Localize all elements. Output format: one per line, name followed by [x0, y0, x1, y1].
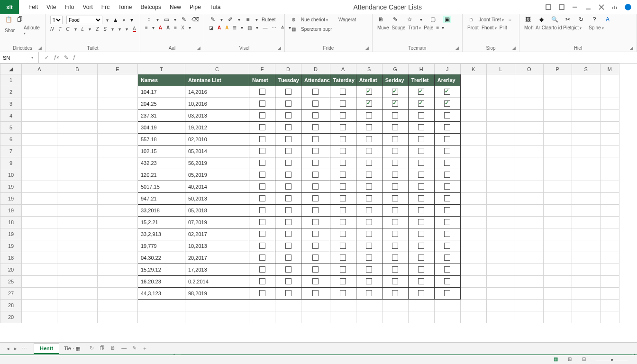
cell[interactable]	[515, 252, 543, 264]
cell[interactable]	[543, 86, 572, 98]
table-cell[interactable]: 40,2014	[185, 181, 249, 193]
cell[interactable]	[543, 122, 572, 134]
cell[interactable]	[460, 86, 486, 98]
cell[interactable]	[22, 122, 57, 134]
name-box[interactable]: ▾	[0, 52, 39, 64]
sheet-tab-active[interactable]: Hentt	[34, 343, 59, 354]
cell[interactable]	[543, 252, 572, 264]
checkbox-cell[interactable]	[301, 205, 330, 217]
table-cell[interactable]: 0.2,2014	[185, 276, 249, 288]
cell[interactable]	[543, 110, 572, 122]
table-cell[interactable]: 19,779	[138, 240, 185, 252]
row-header[interactable]: 20	[0, 311, 22, 323]
font-name-select[interactable]: Food	[66, 16, 102, 24]
table-cell[interactable]: 05,2018	[185, 205, 249, 217]
cell[interactable]	[515, 122, 543, 134]
cell[interactable]	[460, 252, 486, 264]
cell[interactable]	[22, 240, 57, 252]
cell[interactable]	[98, 122, 138, 134]
ribbon-button[interactable]: Spine	[589, 25, 604, 30]
cell[interactable]	[572, 205, 600, 217]
checkbox-cell[interactable]	[382, 157, 408, 169]
cell[interactable]	[22, 288, 57, 300]
checkbox-cell[interactable]	[382, 181, 408, 193]
checkbox-icon[interactable]	[418, 136, 424, 142]
checkbox-cell[interactable]	[434, 146, 460, 157]
cell[interactable]	[460, 193, 486, 205]
row-header[interactable]: 3	[0, 98, 22, 110]
checkbox-icon[interactable]	[340, 183, 346, 190]
cell[interactable]	[486, 86, 515, 98]
cell[interactable]	[98, 228, 138, 240]
cell[interactable]	[185, 300, 249, 311]
checkbox-cell[interactable]	[356, 157, 382, 169]
cell[interactable]	[515, 217, 543, 228]
checkbox-cell[interactable]	[408, 288, 434, 300]
checkbox-icon[interactable]	[312, 136, 318, 142]
column-header[interactable]: J	[434, 64, 460, 74]
checkbox-cell[interactable]	[275, 288, 301, 300]
cell[interactable]	[572, 300, 600, 311]
checkbox-icon[interactable]	[444, 290, 450, 296]
checkbox-cell[interactable]	[356, 264, 382, 276]
checkbox-icon[interactable]	[392, 136, 398, 142]
checkbox-icon[interactable]	[340, 195, 346, 201]
menu-item[interactable]: Frc	[101, 4, 109, 10]
checkbox-cell[interactable]	[408, 193, 434, 205]
checkbox-icon[interactable]	[392, 231, 398, 237]
border-icon[interactable]: ▭	[163, 16, 170, 23]
checkbox-icon[interactable]	[340, 290, 346, 296]
checkbox-icon[interactable]	[444, 243, 450, 249]
checkbox-icon[interactable]	[366, 278, 372, 284]
merge-icon[interactable]: ▥	[247, 25, 252, 30]
checkbox-icon[interactable]	[340, 231, 346, 237]
checkbox-cell[interactable]	[330, 276, 356, 288]
checkbox-cell[interactable]	[301, 288, 330, 300]
cell[interactable]	[460, 276, 486, 288]
checkbox-icon[interactable]	[392, 112, 398, 118]
cell[interactable]	[22, 110, 57, 122]
fx-icon[interactable]: ƒ	[73, 55, 76, 61]
checkbox-cell[interactable]	[330, 181, 356, 193]
cell[interactable]	[57, 217, 98, 228]
checkbox-cell[interactable]	[330, 228, 356, 240]
column-header[interactable]: M	[600, 64, 619, 74]
cell[interactable]	[486, 252, 515, 264]
checkbox-cell[interactable]	[330, 217, 356, 228]
cell[interactable]	[600, 110, 619, 122]
cell[interactable]	[600, 228, 619, 240]
checkbox-cell[interactable]	[249, 205, 275, 217]
cell[interactable]	[543, 240, 572, 252]
ribbon-button[interactable]: Sperztem pupr	[301, 27, 332, 32]
checkbox-icon[interactable]	[259, 160, 265, 166]
checkbox-cell[interactable]	[356, 122, 382, 134]
tab-nav-prev-icon[interactable]: ▸	[14, 346, 17, 352]
checkbox-icon[interactable]	[418, 266, 424, 273]
checkbox-cell[interactable]	[382, 134, 408, 146]
cell[interactable]	[98, 264, 138, 276]
checkbox-cell[interactable]	[275, 134, 301, 146]
menu-item[interactable]: Vort	[83, 4, 93, 10]
checkbox-cell[interactable]	[434, 110, 460, 122]
cell[interactable]	[22, 169, 57, 181]
checkbox-icon[interactable]	[340, 112, 346, 118]
cell[interactable]	[460, 181, 486, 193]
menu-item[interactable]: Tome	[118, 4, 132, 10]
cell[interactable]	[98, 110, 138, 122]
checkbox-cell[interactable]	[275, 157, 301, 169]
cell[interactable]	[515, 311, 543, 323]
checkbox-icon[interactable]	[259, 195, 265, 201]
cell[interactable]	[98, 181, 138, 193]
column-header[interactable]: H	[408, 64, 434, 74]
cell[interactable]	[572, 193, 600, 205]
checkbox-icon[interactable]	[259, 89, 265, 95]
font-color-icon[interactable]: A	[133, 26, 136, 32]
cell[interactable]	[486, 98, 515, 110]
cell[interactable]	[98, 217, 138, 228]
cell[interactable]	[515, 288, 543, 300]
checkbox-icon[interactable]	[366, 124, 372, 130]
cell[interactable]	[22, 181, 57, 193]
checkbox-icon[interactable]	[444, 124, 450, 130]
checkbox-cell[interactable]	[434, 98, 460, 110]
checkbox-icon[interactable]	[285, 219, 291, 225]
